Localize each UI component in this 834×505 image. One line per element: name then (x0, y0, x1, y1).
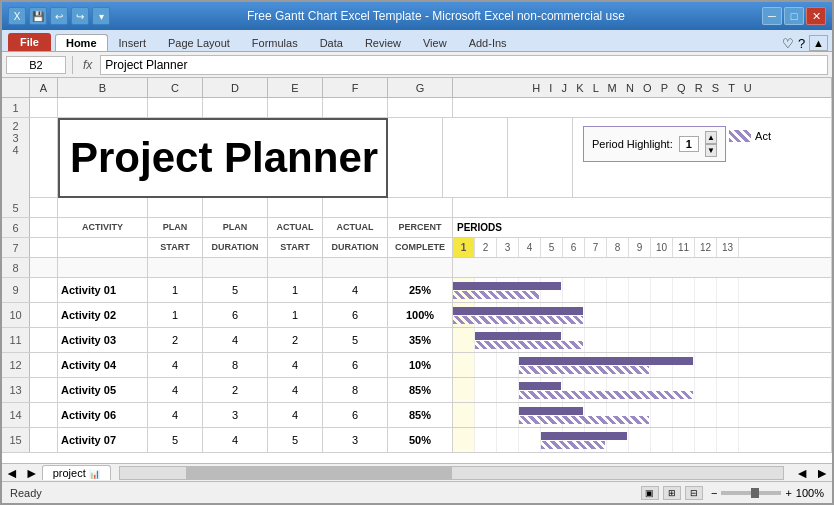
help-heart-icon[interactable]: ♡ (782, 36, 794, 51)
cell-b15-name[interactable]: Activity 07 (58, 428, 148, 452)
cell-e11[interactable]: 2 (268, 328, 323, 352)
cell-d13[interactable]: 2 (203, 378, 268, 402)
col-header-a[interactable]: A (30, 78, 58, 97)
cell-a1[interactable] (30, 98, 58, 117)
cell-c9[interactable]: 1 (148, 278, 203, 302)
cell-e15[interactable]: 5 (268, 428, 323, 452)
cell-f7-duration[interactable]: DURATION (323, 238, 388, 257)
cell-e5[interactable] (268, 198, 323, 217)
cell-d8[interactable] (203, 258, 268, 277)
cell-b12-name[interactable]: Activity 04 (58, 353, 148, 377)
cell-d10[interactable]: 6 (203, 303, 268, 327)
cell-e12[interactable]: 4 (268, 353, 323, 377)
tab-review[interactable]: Review (354, 34, 412, 51)
cell-a11[interactable] (30, 328, 58, 352)
cell-f13[interactable]: 8 (323, 378, 388, 402)
cell-a7[interactable] (30, 238, 58, 257)
cell-e7-start[interactable]: START (268, 238, 323, 257)
tab-data[interactable]: Data (309, 34, 354, 51)
cell-f1[interactable] (323, 98, 388, 117)
cell-a13[interactable] (30, 378, 58, 402)
page-layout-view-icon[interactable]: ⊞ (663, 486, 681, 500)
cell-b7[interactable] (58, 238, 148, 257)
zoom-slider[interactable] (721, 491, 781, 495)
tab-formulas[interactable]: Formulas (241, 34, 309, 51)
cell-c6[interactable]: PLAN (148, 218, 203, 237)
cell-d14[interactable]: 3 (203, 403, 268, 427)
cell-a5[interactable] (30, 198, 58, 217)
cell-e1[interactable] (268, 98, 323, 117)
cell-f9[interactable]: 4 (323, 278, 388, 302)
tab-page-layout[interactable]: Page Layout (157, 34, 241, 51)
cell-c13[interactable]: 4 (148, 378, 203, 402)
cell-a12[interactable] (30, 353, 58, 377)
tab-addins[interactable]: Add-Ins (458, 34, 518, 51)
cell-e8[interactable] (268, 258, 323, 277)
sheet-nav-prev[interactable]: ◄ (2, 465, 22, 481)
cell-d11[interactable]: 4 (203, 328, 268, 352)
cell-e10[interactable]: 1 (268, 303, 323, 327)
cell-b1[interactable] (58, 98, 148, 117)
cell-g13[interactable]: 85% (388, 378, 453, 402)
cell-f8[interactable] (323, 258, 388, 277)
cell-a14[interactable] (30, 403, 58, 427)
cell-b10-name[interactable]: Activity 02 (58, 303, 148, 327)
cell-a2[interactable] (30, 118, 58, 198)
page-break-view-icon[interactable]: ⊟ (685, 486, 703, 500)
horizontal-scroll-track[interactable] (115, 466, 788, 480)
customize-icon[interactable]: ▾ (92, 7, 110, 25)
horizontal-scroll-thumb[interactable] (186, 467, 451, 479)
maximize-button[interactable]: □ (784, 7, 804, 25)
tab-insert[interactable]: Insert (108, 34, 158, 51)
save-icon[interactable]: 💾 (29, 7, 47, 25)
cell-g15[interactable]: 50% (388, 428, 453, 452)
cell-g10[interactable]: 100% (388, 303, 453, 327)
cell-f15[interactable]: 3 (323, 428, 388, 452)
cell-c5[interactable] (148, 198, 203, 217)
period-highlight-value[interactable]: 1 (679, 136, 699, 152)
col-header-g[interactable]: G (388, 78, 453, 97)
help-icon[interactable]: ? (798, 36, 805, 51)
redo-icon[interactable]: ↪ (71, 7, 89, 25)
cell-e13[interactable]: 4 (268, 378, 323, 402)
cell-g7-complete[interactable]: COMPLETE (388, 238, 453, 257)
scroll-left-btn[interactable]: ◄ (792, 465, 812, 481)
cell-c8[interactable] (148, 258, 203, 277)
cell-c7-start[interactable]: START (148, 238, 203, 257)
horizontal-scrollbar[interactable] (119, 466, 784, 480)
period-spinner[interactable]: ▲ ▼ (705, 131, 717, 157)
cell-g8[interactable] (388, 258, 453, 277)
cell-e6[interactable]: ACTUAL (268, 218, 323, 237)
cell-b11-name[interactable]: Activity 03 (58, 328, 148, 352)
cell-gantt-1[interactable] (453, 98, 832, 117)
cell-d1[interactable] (203, 98, 268, 117)
cell-f6[interactable]: ACTUAL (323, 218, 388, 237)
cell-c12[interactable]: 4 (148, 353, 203, 377)
cell-a9[interactable] (30, 278, 58, 302)
cell-d12[interactable]: 8 (203, 353, 268, 377)
cell-f10[interactable]: 6 (323, 303, 388, 327)
cell-b9-name[interactable]: Activity 01 (58, 278, 148, 302)
cell-g6[interactable]: PERCENT (388, 218, 453, 237)
cell-f11[interactable]: 5 (323, 328, 388, 352)
cell-g5[interactable] (388, 198, 453, 217)
cell-f14[interactable]: 6 (323, 403, 388, 427)
cell-b13-name[interactable]: Activity 05 (58, 378, 148, 402)
cell-a8[interactable] (30, 258, 58, 277)
cell-d7-duration[interactable]: DURATION (203, 238, 268, 257)
cell-g11[interactable]: 35% (388, 328, 453, 352)
cell-e9[interactable]: 1 (268, 278, 323, 302)
col-header-d[interactable]: D (203, 78, 268, 97)
cell-g14[interactable]: 85% (388, 403, 453, 427)
zoom-plus[interactable]: + (785, 487, 791, 499)
zoom-minus[interactable]: − (711, 487, 717, 499)
cell-reference[interactable] (6, 56, 66, 74)
cell-b14-name[interactable]: Activity 06 (58, 403, 148, 427)
cell-d5[interactable] (203, 198, 268, 217)
col-header-e[interactable]: E (268, 78, 323, 97)
cell-c14[interactable]: 4 (148, 403, 203, 427)
cell-f2[interactable] (443, 118, 508, 198)
formula-input[interactable] (100, 55, 828, 75)
ribbon-minimize-icon[interactable]: ▲ (809, 35, 828, 51)
cell-a6[interactable] (30, 218, 58, 237)
